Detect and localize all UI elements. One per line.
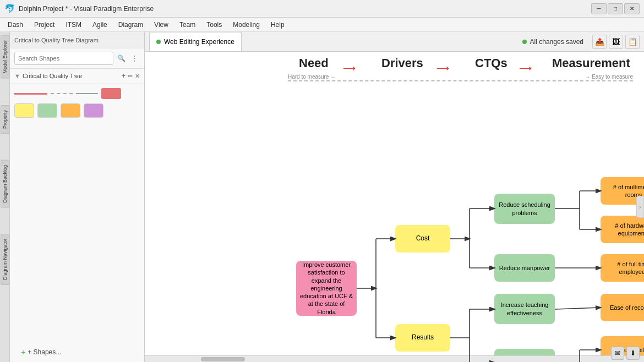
- tab-diagram-backlog[interactable]: Diagram Backlog: [1, 160, 9, 208]
- node-driver-results[interactable]: Results: [395, 324, 450, 352]
- minimize-button[interactable]: ─: [591, 3, 607, 14]
- header-measurement: Measurement: [552, 56, 630, 70]
- breadcrumb: Critical to Quality Tree Diagram: [10, 32, 144, 48]
- diagram-canvas: Need ⟶ Drivers ⟶ CTQs ⟶ Measurement ⟶ Ta…: [145, 52, 644, 362]
- menu-itsm[interactable]: ITSM: [60, 20, 87, 30]
- node-ctq3[interactable]: Increase teaching effectiveness: [494, 294, 555, 324]
- node-ctq2[interactable]: Reduce manpower: [494, 254, 555, 282]
- header-drivers: Drivers: [381, 56, 423, 70]
- svg-line-17: [555, 308, 601, 309]
- save-status: All changes saved: [522, 38, 583, 46]
- measure-label-left: Hard to measure ←: [288, 74, 336, 80]
- maximize-button[interactable]: □: [608, 3, 623, 14]
- email-icon[interactable]: ✉: [611, 347, 624, 360]
- clipboard-button[interactable]: 📋: [625, 35, 640, 49]
- tree-item-label: Critical to Quality Tree: [23, 73, 82, 79]
- search-input[interactable]: [14, 52, 113, 65]
- node-need1[interactable]: Improve customer satisfaction to expand …: [296, 261, 357, 316]
- header-ctqs: CTQs: [475, 56, 507, 70]
- tab-diagram-navigator[interactable]: Diagram Navigator: [1, 234, 9, 285]
- diagram-area[interactable]: Need ⟶ Drivers ⟶ CTQs ⟶ Measurement ⟶ Ta…: [145, 52, 644, 362]
- shape-tree: ▼ Critical to Quality Tree + ✏ ✕: [10, 69, 144, 84]
- shape-palette: [10, 84, 144, 342]
- more-options-icon[interactable]: ⋮: [129, 53, 140, 64]
- left-vertical-tabs: Model Explorer Property Diagram Backlog …: [0, 32, 10, 362]
- add-shapes-label: + Shapes...: [28, 348, 61, 356]
- header-need: Need: [299, 56, 329, 70]
- content-area: Web Editing Experience All changes saved…: [145, 32, 644, 362]
- tab-dot: [156, 40, 161, 44]
- menu-team[interactable]: Team: [174, 20, 201, 30]
- palette-shape-gray-line[interactable]: [76, 88, 98, 99]
- toolbar-icons: 📤 🖼 📋: [592, 35, 640, 49]
- palette-row-1: [14, 88, 140, 99]
- window-controls: ─ □ ✕: [591, 3, 640, 14]
- menu-agile[interactable]: Agile: [87, 20, 113, 30]
- horizontal-scrollbar[interactable]: [145, 355, 644, 362]
- arrow-need-drivers: ⟶: [343, 63, 356, 73]
- arrow-ctqs-meas: ⟶: [519, 63, 532, 73]
- search-icon[interactable]: 🔍: [116, 53, 127, 64]
- web-editing-tab[interactable]: Web Editing Experience: [149, 32, 242, 51]
- menu-dash[interactable]: Dash: [2, 20, 29, 30]
- save-status-label: All changes saved: [530, 38, 583, 46]
- titlebar: 🐬 Dolphin Project * - Visual Paradigm En…: [0, 0, 644, 18]
- tree-edit-icon[interactable]: ✏: [128, 73, 133, 80]
- app-icon: 🐬: [4, 3, 15, 14]
- palette-shape-purple[interactable]: [84, 103, 103, 118]
- menu-project[interactable]: Project: [29, 20, 60, 30]
- add-shapes-button[interactable]: + + Shapes...: [14, 344, 140, 360]
- menu-view[interactable]: View: [149, 20, 174, 30]
- export-button[interactable]: 📤: [592, 35, 607, 49]
- status-bar: ✉ ⬇: [607, 344, 644, 362]
- menu-modeling[interactable]: Modeling: [227, 20, 265, 30]
- palette-shape-red-line[interactable]: [14, 88, 47, 99]
- tab-property[interactable]: Property: [1, 105, 9, 134]
- tab-label-text: Web Editing Experience: [164, 38, 234, 46]
- breadcrumb-label: Critical to Quality Tree Diagram: [14, 37, 99, 43]
- title-text: Dolphin Project * - Visual Paradigm Ente…: [19, 5, 591, 13]
- menubar: Dash Project ITSM Agile Diagram View Tea…: [0, 18, 644, 32]
- download-icon[interactable]: ⬇: [626, 347, 640, 360]
- left-panel: Critical to Quality Tree Diagram 🔍 ⋮ ▼ C…: [10, 32, 145, 362]
- menu-diagram[interactable]: Diagram: [113, 20, 149, 30]
- measure-line: Hard to measure ← → Easy to measure: [288, 80, 633, 81]
- close-button[interactable]: ✕: [624, 3, 640, 14]
- tree-delete-icon[interactable]: ✕: [135, 73, 140, 80]
- scroll-thumb[interactable]: [201, 357, 245, 361]
- palette-shape-red-rect[interactable]: [101, 88, 121, 99]
- image-button[interactable]: 🖼: [609, 35, 623, 49]
- node-meas3[interactable]: # of full time employees: [601, 254, 644, 282]
- palette-shape-green[interactable]: [37, 103, 57, 118]
- main-layout: Model Explorer Property Diagram Backlog …: [0, 32, 644, 362]
- tree-item-ctq: ▼ Critical to Quality Tree + ✏ ✕: [14, 71, 140, 81]
- palette-shape-orange[interactable]: [61, 103, 80, 118]
- node-ctq1[interactable]: Reduce scheduling problems: [494, 194, 555, 224]
- toolbar: Web Editing Experience All changes saved…: [145, 32, 644, 52]
- tree-add-icon[interactable]: +: [122, 72, 125, 80]
- measure-label-right: → Easy to measure: [585, 74, 633, 80]
- menu-help[interactable]: Help: [265, 20, 290, 30]
- tree-expand-icon[interactable]: ▼: [14, 73, 20, 79]
- connectors-svg: [145, 52, 644, 362]
- node-meas4[interactable]: Ease of recording: [601, 294, 644, 321]
- arrow-drivers-ctqs: ⟶: [436, 63, 449, 73]
- palette-shape-dashed-line[interactable]: [51, 88, 73, 99]
- search-bar: 🔍 ⋮: [10, 48, 144, 69]
- save-dot: [522, 40, 527, 44]
- node-meas2[interactable]: # of hardware equipments: [601, 216, 644, 243]
- tab-model-explorer[interactable]: Model Explorer: [1, 35, 9, 79]
- palette-row-2: [14, 103, 140, 118]
- node-driver-cost[interactable]: Cost: [395, 225, 450, 253]
- plus-icon: +: [21, 348, 25, 356]
- expand-handle[interactable]: ›: [636, 196, 644, 218]
- menu-tools[interactable]: Tools: [201, 20, 227, 30]
- palette-shape-yellow[interactable]: [14, 103, 34, 118]
